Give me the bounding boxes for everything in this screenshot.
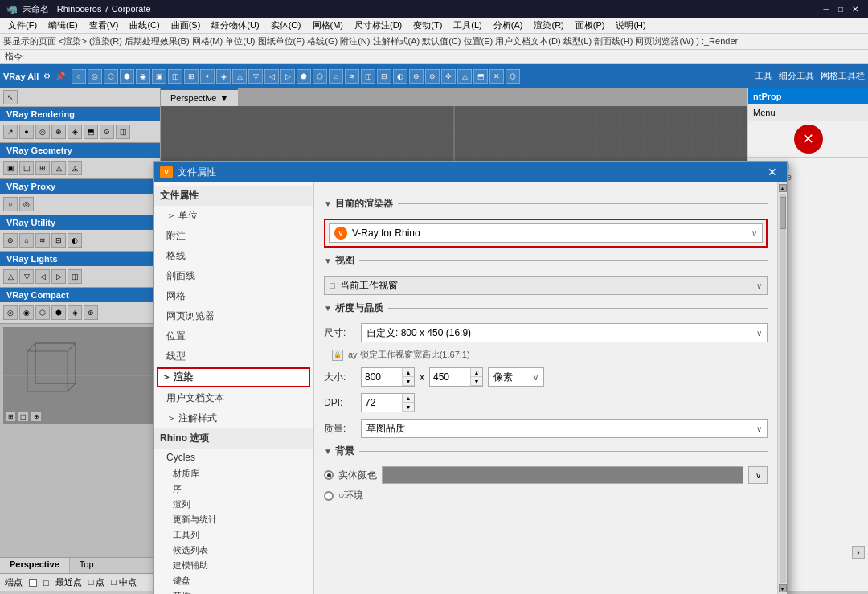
compact-icon-3[interactable]: ⬡: [35, 305, 50, 320]
perspective-tab[interactable]: Perspective ▼: [161, 88, 238, 106]
proxy-icon-2[interactable]: ◎: [19, 197, 34, 211]
view-dropdown[interactable]: □ 当前工作视窗 ∨: [324, 276, 768, 295]
vray-icon-20[interactable]: ⊟: [377, 69, 391, 84]
width-field[interactable]: [362, 368, 402, 386]
compact-icon-4[interactable]: ⬢: [51, 305, 66, 320]
tree-item-keyboard[interactable]: 键盘: [154, 573, 313, 588]
tree-item-annstyle[interactable]: ＞ 注解样式: [154, 408, 313, 428]
3d-tool-2[interactable]: ◫: [18, 411, 29, 422]
dialog-scrollbar[interactable]: ▲ ▼: [777, 182, 787, 594]
vray-icon-5[interactable]: ◉: [136, 69, 150, 84]
geometry-icon-3[interactable]: ⊞: [35, 161, 50, 175]
menu-transform[interactable]: 变动(T): [408, 18, 447, 33]
geometry-icon-5[interactable]: ◬: [68, 161, 82, 175]
pointer-tool[interactable]: ↖: [3, 90, 18, 104]
scrollbar-down[interactable]: ▼: [779, 584, 787, 592]
compact-icon-5[interactable]: ◈: [68, 305, 82, 320]
vray-pin-icon[interactable]: 📌: [55, 72, 65, 80]
tree-item-candidates[interactable]: 候选列表: [154, 543, 313, 558]
tab-top[interactable]: Top: [70, 558, 104, 573]
dialog-close-button[interactable]: ✕: [764, 164, 780, 180]
rendering-icon-3[interactable]: ◎: [35, 125, 50, 139]
vray-icon-16[interactable]: ⬠: [313, 69, 327, 84]
endpoint-checkbox[interactable]: [29, 579, 37, 587]
vray-icon-1[interactable]: ○: [72, 69, 86, 84]
vray-icon-3[interactable]: ⬡: [104, 69, 118, 84]
width-input[interactable]: ▲ ▼: [361, 367, 415, 387]
geometry-icon-4[interactable]: △: [51, 161, 66, 175]
utility-icon-4[interactable]: ⊟: [51, 233, 66, 248]
sidebar-utility-header[interactable]: VRay Utility: [0, 215, 160, 230]
tree-item-materiallib[interactable]: 材质库: [154, 466, 313, 481]
tree-item-hatch[interactable]: 剖面线: [154, 266, 313, 286]
vray-icon-23[interactable]: ⊛: [425, 69, 440, 84]
tree-item-render[interactable]: ＞ 渲染: [157, 367, 310, 387]
vray-icon-8[interactable]: ⊞: [184, 69, 199, 84]
dpi-up[interactable]: ▲: [403, 394, 414, 403]
bg-toggle[interactable]: ▼: [324, 447, 332, 456]
bg-env-radio[interactable]: [324, 491, 334, 501]
lights-icon-1[interactable]: △: [3, 269, 18, 284]
tree-item-usertext[interactable]: 用户文档文本: [154, 388, 313, 408]
vray-icon-17[interactable]: ⌂: [329, 69, 343, 84]
menu-subd[interactable]: 细分物体(U): [207, 18, 264, 33]
lights-icon-3[interactable]: ◁: [35, 269, 50, 284]
sidebar-geometry-header[interactable]: VRay Geometry: [0, 143, 160, 158]
menu-dim[interactable]: 尺寸标注(D): [350, 18, 407, 33]
rendering-icon-1[interactable]: ↗: [3, 125, 18, 139]
vray-icon-10[interactable]: ◈: [216, 69, 231, 84]
minimize-button[interactable]: ─: [820, 2, 833, 15]
bg-color-arrow[interactable]: ∨: [748, 466, 768, 484]
renderer-dropdown[interactable]: V V-Ray for Rhino ∨: [329, 223, 763, 243]
menu-mesh[interactable]: 网格(M): [308, 18, 349, 33]
compact-icon-6[interactable]: ⊕: [84, 305, 98, 320]
tree-item-other[interactable]: 其他: [154, 588, 313, 594]
menu-edit[interactable]: 编辑(E): [43, 18, 83, 33]
vray-icon-11[interactable]: △: [232, 69, 247, 84]
expand-arrow[interactable]: ›: [852, 546, 865, 559]
tab-perspective[interactable]: Perspective: [0, 558, 70, 573]
tree-item-cycles[interactable]: Cycles: [154, 449, 313, 466]
unit-dropdown[interactable]: 像素 ∨: [488, 367, 544, 387]
compact-icon-1[interactable]: ◎: [3, 305, 18, 320]
tree-item-toolbar[interactable]: 工具列: [154, 527, 313, 543]
bg-solid-radio[interactable]: [324, 470, 334, 480]
vray-icon-22[interactable]: ⊕: [409, 69, 424, 84]
scrollbar-thumb[interactable]: [780, 197, 786, 229]
tree-item-location[interactable]: 位置: [154, 326, 313, 346]
tree-item-browser[interactable]: 网页浏览器: [154, 306, 313, 326]
width-up[interactable]: ▲: [403, 368, 414, 377]
vray-icon-6[interactable]: ▣: [152, 69, 166, 84]
3d-tool-1[interactable]: ⊞: [5, 411, 16, 422]
rendering-icon-5[interactable]: ◈: [68, 125, 82, 139]
scrollbar-up[interactable]: ▲: [779, 184, 787, 192]
sidebar-compact-header[interactable]: VRay Compact: [0, 288, 160, 302]
utility-icon-2[interactable]: ⌂: [19, 233, 34, 248]
maximize-button[interactable]: □: [834, 2, 847, 15]
width-down[interactable]: ▼: [403, 377, 414, 386]
menu-solid[interactable]: 实体(O): [266, 18, 306, 33]
utility-icon-1[interactable]: ⊛: [3, 233, 18, 248]
quality-dropdown[interactable]: 草图品质 ∨: [361, 419, 768, 438]
vray-icon-14[interactable]: ▷: [280, 69, 295, 84]
vray-icon-27[interactable]: ✕: [489, 69, 504, 84]
sidebar-lights-header[interactable]: VRay Lights: [0, 252, 160, 266]
vray-icon-13[interactable]: ◁: [264, 69, 279, 84]
geometry-icon-1[interactable]: ▣: [3, 161, 18, 175]
tree-item-mesh[interactable]: 网格: [154, 286, 313, 306]
tree-item-grid[interactable]: 格线: [154, 246, 313, 266]
lights-icon-5[interactable]: ◫: [68, 269, 82, 284]
compact-icon-2[interactable]: ◉: [19, 305, 34, 320]
vray-icon-12[interactable]: ▽: [248, 69, 263, 84]
vray-icon-9[interactable]: ✦: [200, 69, 215, 84]
resolution-toggle[interactable]: ▼: [324, 304, 332, 313]
height-field[interactable]: [430, 368, 470, 386]
vray-settings-icon[interactable]: ⚙: [43, 72, 51, 80]
rendering-icon-7[interactable]: ⊙: [100, 125, 114, 139]
size-dropdown[interactable]: 自定义: 800 x 450 (16:9) ∨: [361, 323, 768, 342]
vray-icon-18[interactable]: ≋: [345, 69, 359, 84]
vray-icon-15[interactable]: ⬟: [297, 69, 311, 84]
menu-surface[interactable]: 曲面(S): [166, 18, 206, 33]
dpi-input[interactable]: ▲ ▼: [361, 393, 415, 412]
menu-panel[interactable]: 面板(P): [571, 18, 610, 33]
